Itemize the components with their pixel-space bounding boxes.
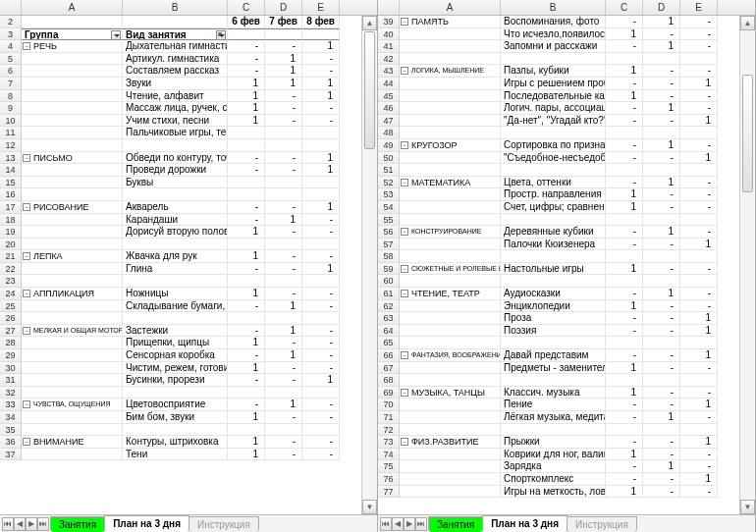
value-cell[interactable]: - xyxy=(302,337,340,349)
value-cell[interactable] xyxy=(606,53,643,66)
value-cell[interactable]: 1 xyxy=(643,411,680,424)
value-cell[interactable]: - xyxy=(265,374,302,387)
value-cell[interactable]: - xyxy=(302,214,340,227)
collapse-icon[interactable]: − xyxy=(401,290,408,297)
row-number[interactable]: 32 xyxy=(0,387,22,399)
collapse-icon[interactable]: − xyxy=(23,203,30,211)
category-cell[interactable]: ЧУВСТВА, ОЩУЩЕНИЯ− xyxy=(22,399,123,411)
value-cell[interactable]: - xyxy=(606,436,643,449)
value-cell[interactable] xyxy=(606,250,643,263)
row-number[interactable]: 55 xyxy=(378,214,400,227)
row-number[interactable]: 61 xyxy=(378,288,400,300)
tab-first-icon[interactable]: ⏮ xyxy=(2,517,14,531)
value-cell[interactable]: 1 xyxy=(680,399,718,411)
row-number[interactable]: 59 xyxy=(378,263,400,276)
value-cell[interactable]: 1 xyxy=(680,473,718,486)
row-number[interactable]: 47 xyxy=(378,115,400,128)
category-cell[interactable] xyxy=(400,275,501,288)
value-cell[interactable] xyxy=(606,164,643,177)
activity-cell[interactable] xyxy=(501,374,606,387)
value-cell[interactable]: - xyxy=(228,53,265,66)
category-cell[interactable] xyxy=(400,201,501,214)
category-cell[interactable] xyxy=(400,424,501,437)
activity-cell[interactable]: Составляем рассказ xyxy=(123,65,228,78)
value-cell[interactable] xyxy=(265,275,302,288)
col-d[interactable]: D xyxy=(643,0,680,15)
value-cell[interactable]: 1 xyxy=(228,78,265,90)
activity-cell[interactable]: Контуры, штриховка xyxy=(123,436,228,449)
value-cell[interactable]: 1 xyxy=(228,250,265,263)
row-number[interactable]: 17 xyxy=(0,201,22,214)
collapse-icon[interactable]: − xyxy=(401,67,408,75)
row-number[interactable]: 67 xyxy=(378,362,400,375)
value-cell[interactable]: - xyxy=(302,65,340,78)
value-cell[interactable]: - xyxy=(680,139,718,152)
value-cell[interactable]: - xyxy=(302,250,340,263)
scroll-thumb[interactable] xyxy=(742,75,753,192)
row-number[interactable]: 20 xyxy=(0,239,22,251)
value-cell[interactable]: - xyxy=(680,90,718,103)
row-number[interactable]: 44 xyxy=(378,78,400,90)
value-cell[interactable]: - xyxy=(643,300,680,313)
row-number[interactable]: 60 xyxy=(378,275,400,288)
category-cell[interactable]: МУЗЫКА, ТАНЦЫ− xyxy=(400,387,501,399)
collapse-icon[interactable]: − xyxy=(401,351,408,359)
col-c[interactable]: C xyxy=(606,0,643,15)
row-number[interactable]: 2 xyxy=(0,16,22,28)
category-cell[interactable] xyxy=(22,411,123,424)
value-cell[interactable]: 1 xyxy=(643,288,680,300)
value-cell[interactable] xyxy=(680,164,718,177)
value-cell[interactable] xyxy=(265,177,302,189)
category-cell[interactable]: ВНИМАНИЕ− xyxy=(22,436,123,449)
value-cell[interactable]: 1 xyxy=(265,65,302,78)
value-cell[interactable]: - xyxy=(680,102,718,115)
value-cell[interactable]: - xyxy=(265,337,302,349)
value-cell[interactable]: 1 xyxy=(302,263,340,276)
value-cell[interactable]: - xyxy=(265,288,302,300)
activity-cell[interactable] xyxy=(501,164,606,177)
category-cell[interactable] xyxy=(22,362,123,375)
activity-cell[interactable]: Прищепки, щипцы xyxy=(123,337,228,349)
value-cell[interactable]: 1 xyxy=(606,300,643,313)
activity-cell[interactable]: Дыхательная гимнастика xyxy=(123,40,228,53)
value-cell[interactable]: - xyxy=(606,239,643,251)
category-cell[interactable] xyxy=(22,239,123,251)
activity-cell[interactable]: Цвета, оттенки xyxy=(501,177,606,189)
collapse-icon[interactable]: − xyxy=(23,252,30,260)
empty-header[interactable] xyxy=(228,28,265,41)
value-cell[interactable]: - xyxy=(302,226,340,239)
activity-cell[interactable]: Палочки Кюизенера xyxy=(501,239,606,251)
value-cell[interactable]: - xyxy=(606,115,643,128)
category-cell[interactable] xyxy=(22,300,123,313)
value-cell[interactable]: 1 xyxy=(265,214,302,227)
row-number[interactable]: 58 xyxy=(378,250,400,263)
value-cell[interactable] xyxy=(265,239,302,251)
activity-cell[interactable]: Настольные игры xyxy=(501,263,606,276)
category-cell[interactable] xyxy=(400,374,501,387)
value-cell[interactable]: - xyxy=(643,349,680,362)
value-cell[interactable] xyxy=(228,239,265,251)
value-cell[interactable]: - xyxy=(265,250,302,263)
value-cell[interactable]: 1 xyxy=(228,102,265,115)
category-cell[interactable] xyxy=(400,473,501,486)
value-cell[interactable] xyxy=(228,275,265,288)
tab-plan[interactable]: План на 3 дня xyxy=(482,515,567,532)
value-cell[interactable]: - xyxy=(228,214,265,227)
activity-cell[interactable]: Глина xyxy=(123,263,228,276)
value-cell[interactable] xyxy=(302,424,340,437)
value-cell[interactable]: - xyxy=(643,263,680,276)
value-cell[interactable]: 1 xyxy=(680,325,718,338)
value-cell[interactable]: - xyxy=(680,449,718,461)
collapse-icon[interactable]: − xyxy=(23,154,30,162)
value-cell[interactable]: - xyxy=(680,177,718,189)
row-number[interactable]: 73 xyxy=(378,436,400,449)
category-cell[interactable] xyxy=(22,78,123,90)
activity-cell[interactable]: Пазлы, кубики xyxy=(501,65,606,78)
row-number[interactable]: 46 xyxy=(378,102,400,115)
value-cell[interactable]: 1 xyxy=(265,399,302,411)
value-cell[interactable]: - xyxy=(606,102,643,115)
category-cell[interactable]: АППЛИКАЦИЯ− xyxy=(22,288,123,300)
value-cell[interactable]: - xyxy=(302,53,340,66)
value-cell[interactable]: - xyxy=(680,387,718,399)
category-cell[interactable] xyxy=(400,102,501,115)
